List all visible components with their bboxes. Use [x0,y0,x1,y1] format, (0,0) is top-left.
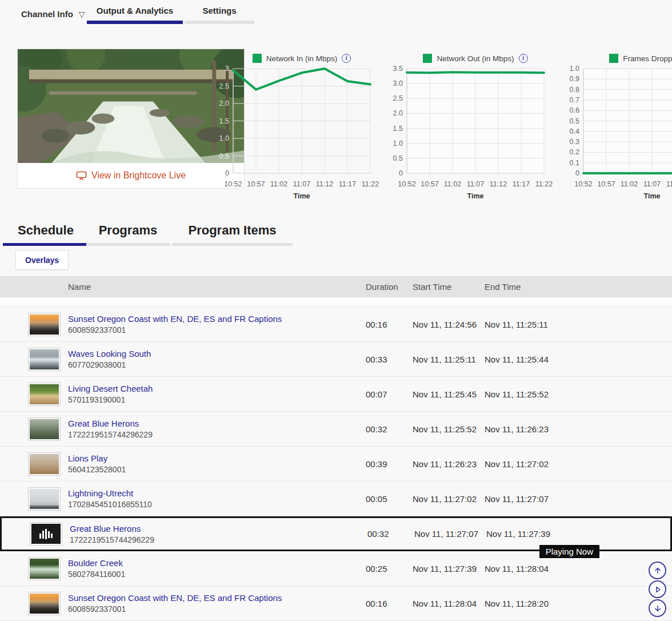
svg-text:0: 0 [575,169,579,177]
video-name-link[interactable]: Lightning-Utrecht [68,488,152,498]
svg-text:Time: Time [294,192,310,200]
svg-text:0.5: 0.5 [570,117,579,125]
name-block: Lightning-Utrecht 1702845451016855110 [68,488,152,509]
column-header-end-time: End Time [485,282,672,292]
preview-footer: View in Brightcove Live [18,163,244,188]
svg-text:10:57: 10:57 [247,180,265,188]
end-time-cell: Nov 11, 11:27:02 [485,459,672,469]
play-button[interactable] [649,580,666,598]
video-name-link[interactable]: Sunset Oregon Coast with EN, DE, ES and … [68,314,282,324]
table-row[interactable]: Lions Play 5604123528001 00:39 Nov 11, 1… [0,447,672,481]
svg-text:11:22: 11:22 [362,180,379,188]
start-time-cell: Nov 11, 11:25:52 [413,424,485,434]
svg-text:1.0: 1.0 [393,140,403,148]
tab-output-analytics[interactable]: Output & Analytics [87,6,183,24]
duration-cell: 00:07 [366,389,413,399]
name-block: Sunset Oregon Coast with EN, DE, ES and … [68,593,282,614]
duration-cell: 00:16 [366,320,413,329]
video-thumbnail [30,522,62,546]
video-name-link[interactable]: Great Blue Herons [68,419,153,428]
video-name-link[interactable]: Sunset Oregon Coast with EN, DE, ES and … [68,593,282,603]
name-cell: Sunset Oregon Coast with EN, DE, ES and … [0,313,366,336]
table-row[interactable]: Lightning-Utrecht 1702845451016855110 00… [0,481,672,516]
video-name-link[interactable]: Waves Looking South [68,349,151,359]
duration-cell: 00:32 [366,424,413,434]
video-id: 1722219515744296229 [70,535,154,544]
name-cell: Boulder Creek 5802784116001 [0,557,366,580]
end-time-cell: Nov 11, 11:28:04 [485,564,672,574]
tab-label: Program Items [172,223,293,243]
video-thumbnail [28,487,61,511]
svg-text:11:12: 11:12 [490,180,507,188]
line-chart: 00.10.20.30.40.50.60.70.80.91.010:5210:5… [561,53,672,206]
tab-underline [87,21,183,24]
view-in-brightcove-live-link[interactable]: View in Brightcove Live [76,170,186,181]
down-arrow-icon [653,604,662,613]
duration-cell: 00:32 [367,529,414,539]
table-row[interactable]: Sunset Oregon Coast with EN, DE, ES and … [0,307,672,342]
svg-text:0.5: 0.5 [393,154,403,162]
video-id: 6008592337001 [68,325,282,335]
info-icon[interactable]: i [519,54,528,63]
table-row[interactable]: Great Blue Herons 1722219515744296229 00… [0,516,672,551]
chart-legend: Network Out (in Mbps) i [390,54,561,63]
svg-text:0.3: 0.3 [570,138,579,146]
video-thumbnail [28,383,61,406]
table-spacer [0,297,672,306]
tab-settings[interactable]: Settings [185,6,254,24]
svg-text:10:52: 10:52 [574,180,592,188]
svg-text:3.5: 3.5 [393,65,403,73]
duration-cell: 00:33 [366,355,413,364]
duration-cell: 00:25 [366,564,413,574]
line-chart: 00.51.01.52.02.53.03.510:5210:5711:0211:… [384,53,555,206]
name-block: Lions Play 5604123528001 [68,453,126,474]
overlays-button[interactable]: Overlays [15,250,69,270]
move-up-button[interactable] [649,562,666,579]
svg-text:3.0: 3.0 [393,79,403,87]
video-thumbnail [28,348,61,371]
video-name-link[interactable]: Boulder Creek [68,558,125,568]
table-row[interactable]: Great Blue Herons 1722219515744296229 00… [0,412,672,447]
name-block: Sunset Oregon Coast with EN, DE, ES and … [68,314,282,335]
name-block: Great Blue Herons 1722219515744296229 [68,419,153,439]
svg-text:0.4: 0.4 [570,128,579,136]
column-header-duration: Duration [366,282,413,292]
tab-label: Programs [86,223,170,243]
end-time-cell: Nov 11, 11:25:52 [485,389,672,399]
start-time-cell: Nov 11, 11:25:45 [413,389,485,399]
svg-text:1.5: 1.5 [393,125,403,133]
name-cell: Living Desert Cheetah 5701193190001 [0,383,366,406]
start-time-cell: Nov 11, 11:28:04 [413,599,485,608]
table-row[interactable]: Living Desert Cheetah 5701193190001 00:0… [0,377,672,412]
video-thumbnail [28,417,61,441]
svg-text:0: 0 [399,169,403,177]
tab-underline [185,21,254,24]
move-down-button[interactable] [649,599,666,617]
network-out-chart: Network Out (in Mbps) i 00.51.01.52.02.5… [384,53,555,206]
playing-now-badge: Playing Now [539,545,599,558]
start-time-cell: Nov 11, 11:25:11 [413,355,485,364]
video-name-link[interactable]: Great Blue Herons [70,524,154,534]
tab-program-items[interactable]: Program Items [172,223,293,246]
tab-schedule[interactable]: Schedule [3,223,89,246]
channel-info-dropdown[interactable]: Channel Info ▽ [21,9,85,19]
end-time-cell: Nov 11, 11:25:44 [485,355,672,364]
video-name-link[interactable]: Living Desert Cheetah [68,384,153,393]
tab-programs[interactable]: Programs [86,223,170,246]
table-row[interactable]: Waves Looking South 6077029038001 00:33 … [0,342,672,377]
chart-legend: Frames Dropped i [566,54,672,63]
frames-dropped-chart: Frames Dropped i 00.10.20.30.40.50.60.70… [561,53,672,206]
play-icon [653,585,662,594]
tab-underline [3,243,89,246]
video-thumbnail [28,592,61,615]
legend-label: Network In (in Mbps) [266,54,338,63]
svg-text:11:17: 11:17 [339,180,356,188]
column-header-start-time: Start Time [413,282,485,292]
video-name-link[interactable]: Lions Play [68,453,126,463]
name-block: Great Blue Herons 1722219515744296229 [70,524,154,544]
svg-text:0.9: 0.9 [570,75,579,83]
tab-label: Output & Analytics [87,6,183,21]
table-row[interactable]: Sunset Oregon Coast with EN, DE, ES and … [0,586,672,621]
info-icon[interactable]: i [342,54,351,63]
table-header: Name Duration Start Time End Time [0,276,672,297]
